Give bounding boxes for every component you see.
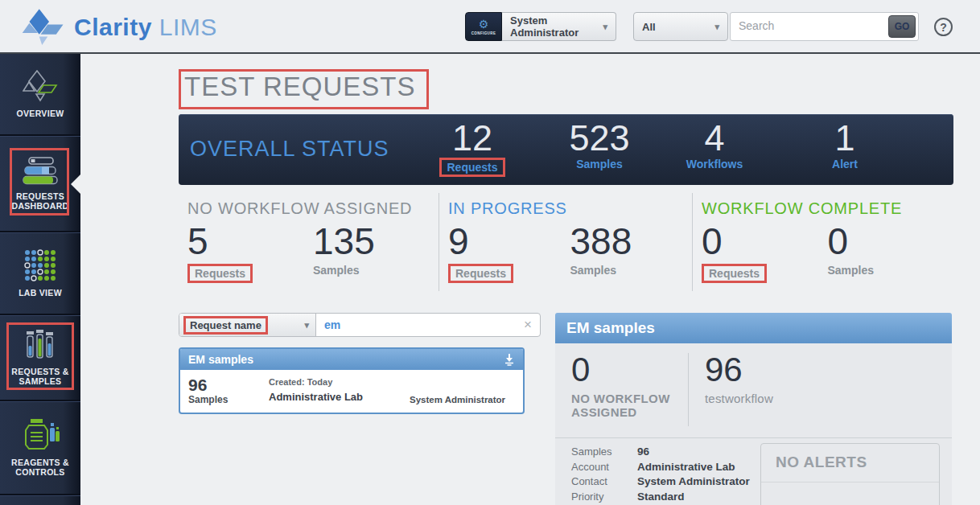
stat-label-workflows[interactable]: Workflows <box>658 158 771 170</box>
close-icon[interactable]: × <box>524 317 532 333</box>
stat-samples: 135 Samples <box>313 221 439 283</box>
stat-label: testworkflow <box>705 392 773 405</box>
search-input[interactable] <box>731 13 859 39</box>
stat-value: 4 <box>658 119 771 157</box>
stat-value: 1 <box>789 119 901 157</box>
brand-primary: Clarity <box>74 14 152 40</box>
no-alerts-label: NO ALERTS <box>761 444 939 482</box>
pin-icon[interactable] <box>504 354 515 366</box>
help-icon[interactable]: ? <box>934 18 953 36</box>
dot-grid-icon <box>24 249 56 281</box>
overall-stat-requests: 12 Requests <box>416 119 529 177</box>
request-filter: Request name ▾ × <box>179 313 541 337</box>
sidebar-item-label: OVERVIEW <box>17 109 64 118</box>
active-item-arrow <box>71 174 80 194</box>
chevron-down-icon: ▾ <box>708 22 719 32</box>
sidebar-item-label: REAGENTS & CONTROLS <box>6 458 74 477</box>
stat-value: 135 <box>313 221 439 262</box>
stat-label-samples[interactable]: Samples <box>543 158 656 170</box>
search-group: All ▾ GO <box>633 12 919 41</box>
sidebar-item-label: REQUESTS & SAMPLES <box>6 367 74 386</box>
result-card-body: 96 Samples Created: Today Administrative… <box>180 370 523 413</box>
created-date: Created: Today <box>269 377 410 387</box>
configure-label: CONFIGURE <box>471 31 496 35</box>
stat-requests: 5 Requests <box>187 221 313 283</box>
stat-label-requests[interactable]: Requests <box>448 264 513 283</box>
field-value: Administrative Lab <box>637 460 735 475</box>
annotation-box: TEST REQUESTS <box>179 69 429 109</box>
stat-value: 388 <box>570 221 693 262</box>
stat-value: 5 <box>187 221 313 262</box>
result-meta: Created: Today Administrative Lab <box>269 376 410 405</box>
detail-panel-body: 0 NO WORKFLOW ASSIGNED 96 testworkflow S… <box>555 343 952 505</box>
field-value: 96 <box>637 445 649 460</box>
go-button[interactable]: GO <box>888 15 916 38</box>
group-title: IN PROGRESS <box>448 199 692 218</box>
search-field-wrap: GO <box>730 12 919 41</box>
sidebar-item-requests-dashboard[interactable]: REQUESTS DASHBOARD <box>0 134 80 231</box>
alerts-box: NO ALERTS <box>760 443 940 505</box>
request-result-card[interactable]: EM samples 96 Samples <box>179 347 525 414</box>
overall-stat-alert: 1 Alert <box>789 119 901 170</box>
search-scope-label: All <box>642 21 656 33</box>
page-title: TEST REQUESTS <box>184 72 415 101</box>
field-value: Standard <box>637 490 685 505</box>
sidebar-item-reagents-controls[interactable]: REAGENTS & CONTROLS <box>0 400 80 494</box>
field-label: Samples <box>571 445 637 460</box>
request-detail-panel: EM samples 0 NO WORKFLOW ASSIGNED 96 tes… <box>555 313 952 505</box>
stat-label-requests[interactable]: Requests <box>702 264 767 283</box>
stat-label-requests[interactable]: Requests <box>187 264 253 283</box>
field-value: System Administrator <box>637 474 750 490</box>
clarity-outline-icon <box>23 70 58 102</box>
configure-button[interactable]: ⚙ CONFIGURE <box>465 12 502 41</box>
user-menu-group: ⚙ CONFIGURE System Administrator ▾ <box>465 12 616 41</box>
overall-stat-samples: 523 Samples <box>543 119 656 170</box>
stat-samples: 388 Samples <box>570 221 693 283</box>
sidebar-item-lab-view[interactable]: LAB VIEW <box>0 231 80 314</box>
brand-secondary: LIMS <box>159 14 217 40</box>
stat-value: 0 <box>571 351 688 388</box>
status-groups-row: NO WORKFLOW ASSIGNED 5 Requests 135 Samp… <box>179 193 953 291</box>
result-card-title: EM samples <box>188 353 253 366</box>
stat-value: 96 <box>705 351 773 388</box>
sidebar-nav: OVERVIEW REQUESTS DASHBOARD LA <box>0 54 80 505</box>
sidebar-item-requests-samples[interactable]: REQUESTS & SAMPLES <box>0 314 80 400</box>
group-title: NO WORKFLOW ASSIGNED <box>187 199 439 218</box>
group-in-progress: IN PROGRESS 9 Requests 388 Samples <box>439 193 692 291</box>
sidebar-item-overview[interactable]: OVERVIEW <box>0 54 80 134</box>
stat-label-samples: Samples <box>570 264 693 277</box>
filter-field-dropdown[interactable]: Request name ▾ <box>179 314 316 336</box>
reagent-bottle-icon <box>22 419 60 451</box>
stat-samples: 0 Samples <box>828 221 954 283</box>
field-label: Priority <box>571 490 637 505</box>
test-tubes-icon <box>25 330 56 360</box>
stat-label-samples: Samples <box>828 264 954 277</box>
filter-query-input[interactable] <box>324 318 524 331</box>
user-menu-label: System Administrator <box>510 14 596 39</box>
chevron-down-icon: ▾ <box>298 320 309 331</box>
result-card-header[interactable]: EM samples <box>180 349 523 370</box>
lower-area: Request name ▾ × EM samples <box>179 313 953 505</box>
account-name: Administrative Lab <box>269 391 410 403</box>
stat-label: NO WORKFLOW ASSIGNED <box>571 392 688 419</box>
stat-label-alert[interactable]: Alert <box>789 158 901 170</box>
overall-stat-workflows: 4 Workflows <box>658 119 771 170</box>
search-scope-dropdown[interactable]: All ▾ <box>633 12 728 41</box>
group-title: WORKFLOW COMPLETE <box>702 199 953 218</box>
group-workflow-complete: WORKFLOW COMPLETE 0 Requests 0 Samples <box>692 193 953 291</box>
result-samples: 96 Samples <box>188 376 269 405</box>
stat-label-requests[interactable]: Requests <box>439 158 504 177</box>
clarity-lims-logo[interactable]: Clarity LIMS <box>21 6 217 48</box>
main-content: TEST REQUESTS OVERALL STATUS 12 Requests… <box>179 54 953 505</box>
gear-icon: ⚙ <box>479 18 489 30</box>
sidebar-item-label: REQUESTS DASHBOARD <box>6 191 74 211</box>
stat-value: 12 <box>416 119 529 157</box>
detail-stat-testworkflow: 96 testworkflow <box>689 351 773 437</box>
user-menu-dropdown[interactable]: System Administrator ▾ <box>502 12 616 41</box>
stat-value: 9 <box>448 221 570 262</box>
filter-field-label: Request name <box>183 316 268 335</box>
stat-value: 523 <box>543 119 656 157</box>
stat-requests: 0 Requests <box>702 221 828 283</box>
stat-value: 0 <box>702 221 828 262</box>
contact-name: System Administrator <box>410 376 505 405</box>
